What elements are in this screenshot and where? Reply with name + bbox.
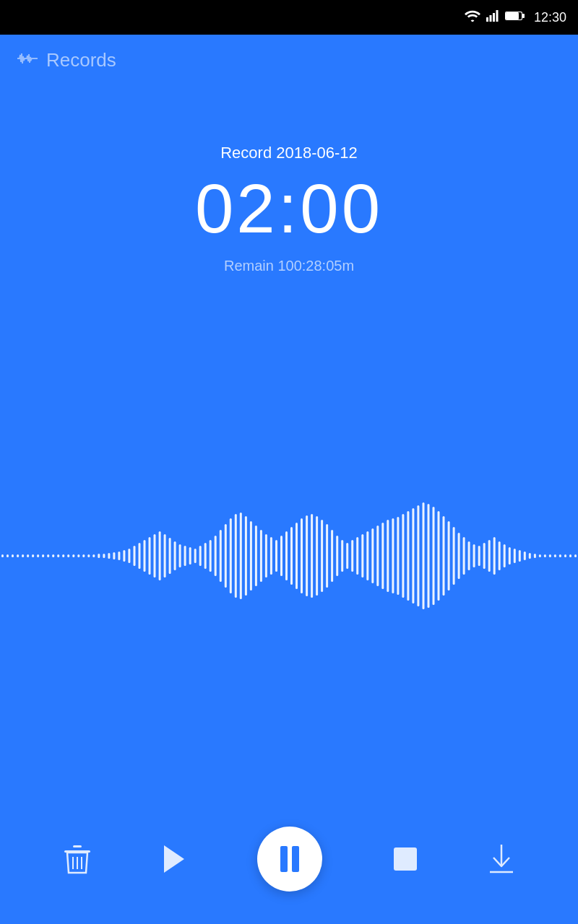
svg-rect-81 [371,528,374,583]
svg-rect-37 [149,537,151,575]
svg-rect-77 [351,540,353,572]
svg-rect-9 [7,554,9,557]
svg-rect-118 [559,554,561,557]
svg-rect-74 [336,536,338,576]
svg-rect-114 [539,554,541,557]
waveform-container [0,303,578,808]
top-bar: Records [0,35,578,86]
svg-rect-110 [519,550,521,562]
svg-rect-46 [194,549,197,563]
svg-rect-34 [134,546,136,566]
svg-rect-120 [569,554,571,557]
svg-rect-40 [164,534,166,578]
svg-rect-94 [438,511,440,601]
svg-rect-106 [499,541,501,570]
svg-rect-16 [42,554,44,557]
svg-rect-0 [486,17,488,22]
svg-rect-84 [387,520,389,592]
svg-rect-70 [316,516,318,596]
svg-rect-128 [394,847,417,871]
svg-rect-101 [473,544,475,567]
svg-rect-79 [361,534,363,578]
svg-rect-89 [412,508,414,603]
svg-rect-45 [189,547,191,565]
svg-rect-44 [184,546,186,566]
svg-rect-93 [433,507,435,605]
svg-rect-62 [275,540,277,572]
svg-rect-116 [549,554,551,557]
svg-rect-83 [381,523,384,589]
svg-rect-29 [108,553,110,559]
svg-rect-30 [113,552,115,559]
svg-rect-52 [225,524,227,588]
svg-rect-8 [1,554,4,557]
download-button[interactable] [488,843,514,875]
svg-rect-99 [463,537,465,575]
svg-rect-108 [509,547,511,565]
svg-rect-17 [47,554,49,557]
svg-rect-76 [346,543,348,569]
svg-rect-36 [144,540,146,572]
svg-rect-75 [341,540,343,572]
svg-rect-25 [87,554,90,557]
svg-rect-92 [428,504,430,608]
svg-marker-127 [164,845,184,873]
status-time: 12:30 [534,10,566,25]
svg-rect-41 [169,538,171,574]
svg-rect-121 [574,554,577,557]
remain-time: Remain 100:28:05m [224,258,354,274]
svg-rect-72 [326,524,328,588]
svg-rect-11 [17,554,19,557]
svg-rect-104 [488,540,491,572]
svg-rect-51 [220,530,222,582]
svg-rect-109 [514,549,516,563]
battery-icon [505,10,525,25]
svg-rect-113 [534,554,536,558]
svg-rect-3 [496,10,498,22]
pause-icon [280,846,299,872]
svg-rect-18 [52,554,54,557]
stop-button[interactable] [392,846,418,872]
svg-rect-80 [366,531,368,580]
svg-rect-87 [402,514,404,598]
waveform [0,484,578,628]
status-bar: 12:30 [0,0,578,35]
svg-rect-5 [522,14,525,18]
svg-rect-63 [280,536,282,576]
svg-rect-20 [62,554,64,557]
svg-rect-58 [255,526,257,586]
svg-rect-66 [296,523,298,589]
svg-rect-82 [376,526,379,586]
delete-button[interactable] [64,844,91,874]
svg-rect-117 [554,554,556,557]
svg-rect-23 [77,554,79,557]
svg-rect-123 [73,845,82,847]
svg-rect-91 [423,502,425,609]
svg-rect-67 [301,518,303,593]
svg-rect-86 [397,517,399,595]
svg-rect-54 [235,514,237,598]
play-button[interactable] [161,844,187,874]
svg-rect-53 [230,518,232,593]
svg-rect-38 [154,534,156,578]
wifi-icon [465,10,480,25]
svg-rect-22 [72,554,74,557]
svg-rect-19 [57,554,59,557]
svg-rect-100 [468,541,470,570]
svg-rect-15 [37,554,39,557]
svg-rect-105 [493,537,496,575]
svg-rect-47 [199,546,202,566]
svg-rect-111 [524,552,526,560]
waveform-icon [17,51,38,70]
pause-button-main[interactable] [257,827,322,892]
svg-rect-115 [544,554,546,557]
svg-rect-49 [210,540,212,572]
svg-rect-50 [215,536,217,576]
recording-info: Record 2018-06-12 02:00 Remain 100:28:05… [0,144,578,274]
svg-rect-90 [417,505,419,606]
svg-rect-1 [489,15,491,22]
svg-rect-28 [103,554,105,558]
svg-rect-32 [123,550,125,562]
svg-rect-119 [564,554,566,557]
svg-rect-2 [493,13,495,22]
